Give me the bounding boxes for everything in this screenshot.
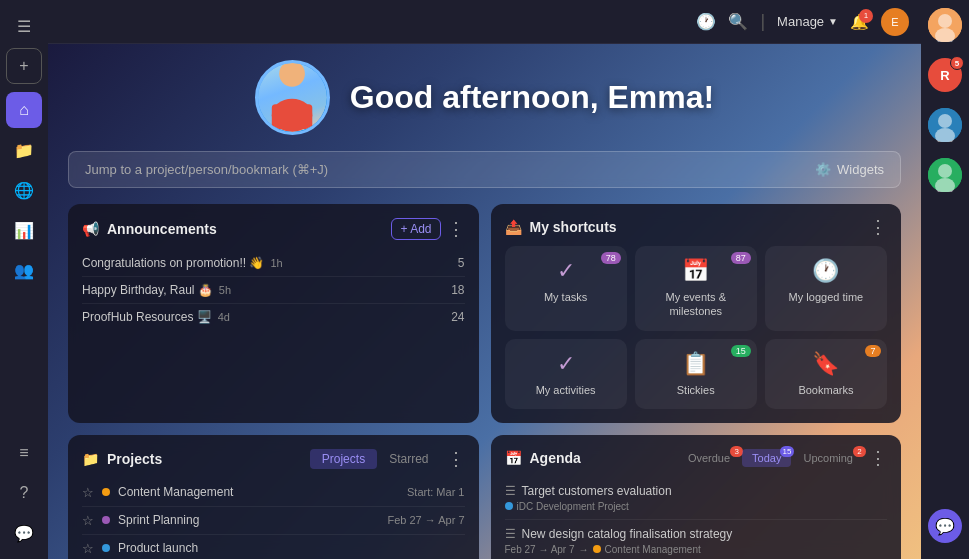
header-icons: 🕐 🔍 | Manage ▼ 🔔 1 E [696,8,909,36]
agenda-tab-upcoming[interactable]: Upcoming 2 [793,449,863,467]
projects-more-button[interactable]: ⋮ [447,450,465,468]
user-avatar-header[interactable]: E [881,8,909,36]
stickies-badge: 15 [731,345,751,357]
sidebar-team-icon[interactable]: 👥 [6,252,42,288]
agenda-tab-today[interactable]: Today 15 [742,449,791,467]
agenda-header: 📅 Agenda Overdue 3 Today [505,449,888,467]
avatar-image [258,63,327,132]
announcement-text-2: ProofHub Resources 🖥️ 4d [82,310,230,324]
sidebar-add-button[interactable]: + [6,48,42,84]
agenda-tab-overdue[interactable]: Overdue 3 [678,449,740,467]
top-header: 🕐 🔍 | Manage ▼ 🔔 1 E [48,0,921,44]
folder-icon: 📁 [82,451,99,467]
manage-button[interactable]: Manage ▼ [777,14,838,29]
bookmark-icon: 🔖 [812,351,839,377]
project-left-0: ☆ Content Management [82,485,233,500]
star-icon-2[interactable]: ☆ [82,541,94,556]
projects-header: 📁 Projects Projects Starred ⋮ [82,449,465,469]
avatar-badge-1: 5 [950,56,964,70]
projects-title: 📁 Projects [82,451,162,467]
star-icon-1[interactable]: ☆ [82,513,94,528]
announcement-item-1[interactable]: Happy Birthday, Raul 🎂 5h 18 [82,277,465,304]
projects-widget: 📁 Projects Projects Starred ⋮ [68,435,479,559]
notification-bell[interactable]: 🔔 1 [850,13,869,31]
shortcut-logged-time[interactable]: 🕐 My logged time [765,246,887,331]
task-icon-0: ☰ [505,484,516,498]
star-icon-0[interactable]: ☆ [82,485,94,500]
clock-icon[interactable]: 🕐 [696,12,716,31]
gear-icon: ⚙️ [815,162,831,177]
announcements-add-button[interactable]: + Add [391,218,440,240]
right-sidebar: R 5 💬 [921,0,969,559]
agenda-widget: 📅 Agenda Overdue 3 Today [491,435,902,559]
shortcut-my-tasks[interactable]: 78 ✓ My tasks [505,246,627,331]
megaphone-icon: 📢 [82,221,99,237]
agenda-item-sub-1: Feb 27 → Apr 7 → Content Management [505,544,888,555]
announcements-widget: 📢 Announcements + Add ⋮ Congratulations … [68,204,479,423]
agenda-more-button[interactable]: ⋮ [869,449,887,467]
header-divider: | [760,11,765,32]
my-tasks-badge: 78 [601,252,621,264]
agenda-dot-0 [505,502,513,510]
projects-tabs: Projects Starred [310,449,441,469]
project-item-0[interactable]: ☆ Content Management Start: Mar 1 [82,479,465,507]
bottom-widgets-row: 📁 Projects Projects Starred ⋮ [68,435,901,559]
announcement-item-0[interactable]: Congratulations on promotion!! 👋 1h 5 [82,250,465,277]
announcements-actions: + Add ⋮ [391,218,464,240]
right-sidebar-avatar-3[interactable] [928,158,962,192]
project-dot-1 [102,516,110,524]
svg-point-10 [938,164,952,178]
shortcuts-grid: 78 ✓ My tasks 87 📅 My events & milestone… [505,246,888,409]
shortcut-stickies[interactable]: 15 📋 Stickies [635,339,757,409]
project-item-1[interactable]: ☆ Sprint Planning Feb 27 → Apr 7 [82,507,465,535]
content-scroll: Good afternoon, Emma! Jump to a project/… [48,44,921,559]
projects-tab-starred[interactable]: Starred [377,449,440,469]
sidebar-home-icon[interactable]: ⌂ [6,92,42,128]
activity-icon: ✓ [557,351,575,377]
right-sidebar-avatar-0[interactable] [928,8,962,42]
sidebar-globe-icon[interactable]: 🌐 [6,172,42,208]
announcement-item-2[interactable]: ProofHub Resources 🖥️ 4d 24 [82,304,465,330]
sidebar-chat-icon[interactable]: 💬 [6,515,42,551]
chat-button[interactable]: 💬 [928,509,962,543]
announcement-text-0: Congratulations on promotion!! 👋 1h [82,256,283,270]
svg-point-7 [938,114,952,128]
sidebar-folder-icon[interactable]: 📁 [6,132,42,168]
top-widgets-row: 📢 Announcements + Add ⋮ Congratulations … [68,204,901,423]
sidebar-menu-icon[interactable]: ☰ [6,8,42,44]
project-dot-2 [102,544,110,552]
shortcut-my-events[interactable]: 87 📅 My events & milestones [635,246,757,331]
right-sidebar-avatar-2[interactable] [928,108,962,142]
clock-icon: 🕐 [812,258,839,284]
content-background: Good afternoon, Emma! Jump to a project/… [48,44,921,559]
widgets-button[interactable]: ⚙️ Widgets [815,162,884,177]
right-sidebar-avatar-1[interactable]: R 5 [928,58,962,92]
agenda-item-1[interactable]: ☰ New design catalog finalisation strate… [505,520,888,559]
search-icon[interactable]: 🔍 [728,12,748,31]
shortcut-my-activities[interactable]: ✓ My activities [505,339,627,409]
sidebar-chart-icon[interactable]: 📊 [6,212,42,248]
announcements-title: 📢 Announcements [82,221,217,237]
projects-tab-projects[interactable]: Projects [310,449,377,469]
announcements-more-button[interactable]: ⋮ [447,220,465,238]
search-placeholder[interactable]: Jump to a project/person/bookmark (⌘+J) [85,162,328,177]
sidebar-help-icon[interactable]: ? [6,475,42,511]
greeting-text: Good afternoon, Emma! [350,79,714,116]
announcements-list: Congratulations on promotion!! 👋 1h 5 Ha… [82,250,465,330]
agenda-dot-1 [593,545,601,553]
sidebar-list-icon[interactable]: ≡ [6,435,42,471]
shortcuts-title: 📤 My shortcuts [505,219,617,235]
project-item-2[interactable]: ☆ Product launch [82,535,465,559]
shortcuts-more-button[interactable]: ⋮ [869,218,887,236]
shortcut-bookmarks[interactable]: 7 🔖 Bookmarks [765,339,887,409]
sidebar-bottom: ≡ ? 💬 [6,435,42,551]
chat-icon: 💬 [935,517,955,536]
agenda-item-0[interactable]: ☰ Target customers evaluation iDC Develo… [505,477,888,520]
agenda-item-title-1: ☰ New design catalog finalisation strate… [505,527,888,541]
greeting-section: Good afternoon, Emma! [68,60,901,135]
today-badge: 15 [780,446,795,457]
agenda-calendar-icon: 📅 [505,450,522,466]
svg-point-4 [938,14,952,28]
projects-list: ☆ Content Management Start: Mar 1 ☆ Spri… [82,479,465,559]
share-icon: 📤 [505,219,522,235]
